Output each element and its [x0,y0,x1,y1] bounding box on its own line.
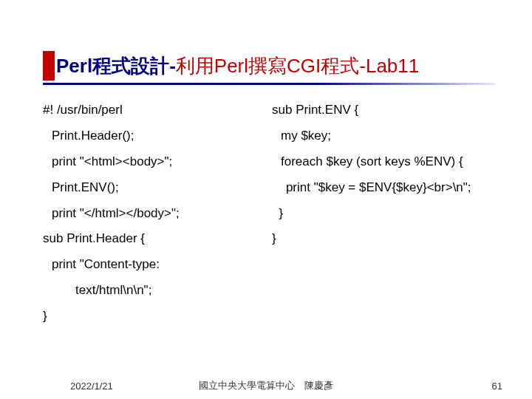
slide-title: Perl程式設計-利用Perl撰寫CGI程式-Lab11 [56,53,419,79]
code-line: sub Print.Header { [43,228,266,250]
title-bar: Perl程式設計-利用Perl撰寫CGI程式-Lab11 [43,48,495,83]
content-area: #! /usr/bin/perl Print.Header(); print "… [43,100,495,355]
code-line: print "$key = $ENV{$key}<br>\n"; [272,177,495,199]
code-line: } [43,306,266,327]
code-line: } [272,228,495,250]
code-line: Print.Header(); [43,126,266,147]
code-line: Print.ENV(); [43,177,266,199]
accent-block [43,51,55,81]
slide: Perl程式設計-利用Perl撰寫CGI程式-Lab11 #! /usr/bin… [0,0,532,399]
footer-page: 61 [492,381,502,392]
code-line: print "<html><body>"; [43,151,266,173]
code-line: } [272,203,495,225]
code-column-right: sub Print.ENV { my $key; foreach $key (s… [272,100,495,355]
footer-center: 國立中央大學電算中心 陳慶彥 [199,379,333,392]
code-line: text/html\n\n"; [43,280,266,301]
code-line: my $key; [272,126,495,147]
code-line: print "Content-type: [43,254,266,276]
title-underline [43,83,495,85]
title-main: Perl程式設計- [56,55,176,77]
code-column-left: #! /usr/bin/perl Print.Header(); print "… [43,100,266,355]
code-line: print "</html></body>"; [43,203,266,225]
title-sub: 利用Perl撰寫CGI程式-Lab11 [176,55,419,77]
code-line: foreach $key (sort keys %ENV) { [272,151,495,173]
code-line: #! /usr/bin/perl [43,100,266,121]
footer-date: 2022/1/21 [70,381,113,392]
code-line: sub Print.ENV { [272,100,495,121]
